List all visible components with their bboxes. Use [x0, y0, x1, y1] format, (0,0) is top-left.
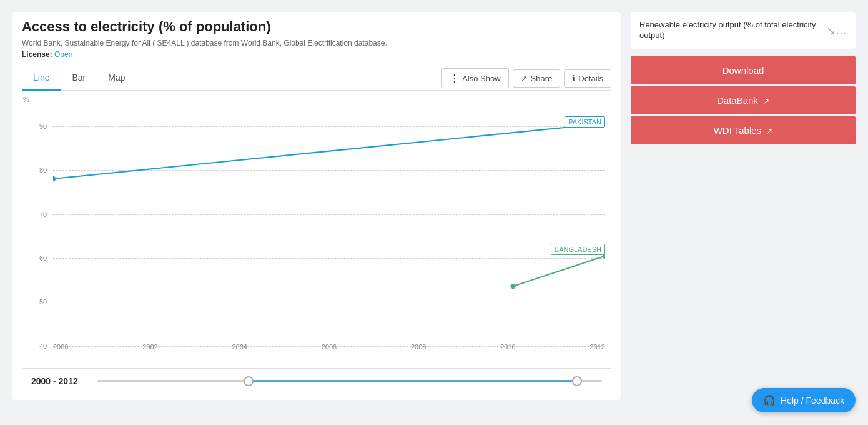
y-tick-90: 90: [39, 122, 47, 130]
bangladesh-label: BANGLADESH: [551, 244, 605, 255]
related-indicator-title: Renewable electricity output (% of total…: [639, 20, 826, 41]
x-axis: 2000 2002 2004 2006 2008 2010 2012: [53, 343, 605, 351]
details-button[interactable]: ℹ Details: [564, 69, 611, 88]
help-label: Help / Feedback: [781, 396, 844, 406]
x-tick-2012: 2012: [590, 343, 605, 351]
svg-line-0: [53, 123, 605, 179]
also-show-button[interactable]: ⋮ Also Show: [441, 68, 508, 88]
share-icon: ↗: [521, 74, 528, 83]
tab-map[interactable]: Map: [97, 66, 136, 91]
license-link[interactable]: Open: [54, 50, 72, 59]
source-text: World Bank, Sustainable Energy for All (…: [22, 39, 611, 48]
chart-svg: [53, 93, 605, 351]
pakistan-label: PAKISTAN: [565, 116, 605, 128]
chart-controls: Line Bar Map ⋮ Also Show ↗ Share ℹ Detai…: [22, 66, 611, 91]
tab-line[interactable]: Line: [22, 66, 61, 91]
y-tick-60: 60: [39, 254, 47, 262]
details-icon: ℹ: [572, 74, 575, 83]
slider-track[interactable]: [97, 380, 602, 382]
x-tick-2010: 2010: [500, 343, 515, 351]
y-axis-label: %: [23, 96, 29, 103]
y-tick-70: 70: [39, 211, 47, 218]
svg-line-1: [513, 256, 605, 286]
y-tick-40: 40: [39, 342, 47, 350]
y-tick-50: 50: [39, 298, 47, 306]
license-row: License: Open: [22, 50, 611, 59]
slider-thumb-left[interactable]: [244, 376, 254, 386]
share-button[interactable]: ↗ Share: [513, 69, 561, 88]
headphone-icon: 🎧: [763, 394, 776, 406]
x-tick-2006: 2006: [322, 343, 337, 351]
databank-button[interactable]: DataBank ↗: [631, 86, 856, 114]
also-show-label: Also Show: [462, 74, 500, 83]
slider-row: 2000 - 2012: [22, 368, 611, 394]
wdi-tables-button[interactable]: WDI Tables ↗: [631, 116, 856, 144]
external-link-icon-2: ↗: [766, 127, 772, 136]
databank-label: DataBank: [717, 95, 758, 106]
svg-point-2: [53, 176, 56, 181]
also-show-icon: ⋮: [450, 72, 459, 84]
details-label: Details: [578, 74, 603, 83]
chart-area: % 90 80 70 60 50 40: [22, 93, 611, 368]
share-label: Share: [531, 74, 553, 83]
wdi-tables-label: WDI Tables: [714, 125, 761, 136]
slider-thumb-right[interactable]: [572, 376, 582, 386]
license-label: License:: [22, 50, 52, 59]
external-link-icon: ↗: [763, 97, 769, 106]
x-tick-2004: 2004: [232, 343, 247, 351]
related-indicator-card: Renewable electricity output (% of total…: [631, 12, 856, 49]
related-indicator-header: Renewable electricity output (% of total…: [631, 12, 856, 49]
download-button[interactable]: Download: [631, 56, 856, 84]
page-title: Access to electricity (% of population): [22, 19, 611, 35]
x-tick-2002: 2002: [142, 343, 157, 351]
slider-fill: [249, 380, 576, 382]
x-tick-2000: 2000: [53, 343, 68, 351]
sidebar: Renewable electricity output (% of total…: [631, 12, 856, 400]
tab-bar[interactable]: Bar: [61, 66, 97, 91]
sparkline-icon: ↘…: [826, 24, 847, 38]
help-feedback-button[interactable]: 🎧 Help / Feedback: [752, 388, 856, 412]
svg-point-4: [510, 284, 515, 289]
x-tick-2008: 2008: [411, 343, 426, 351]
year-range-label: 2000 - 2012: [31, 376, 87, 386]
y-tick-80: 80: [39, 166, 47, 174]
